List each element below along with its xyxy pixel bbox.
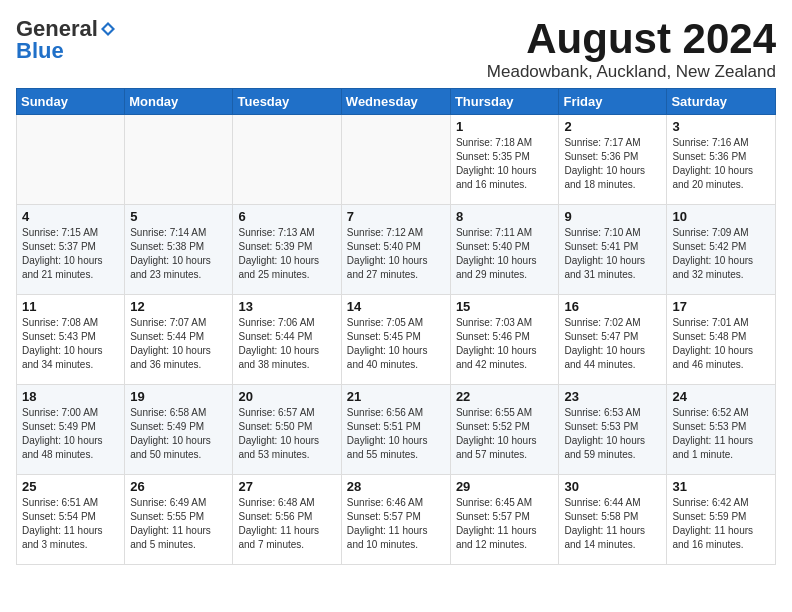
day-info-line: and 34 minutes. (22, 359, 93, 370)
day-info-line: Sunset: 5:59 PM (672, 511, 746, 522)
day-info-line: and 20 minutes. (672, 179, 743, 190)
table-row: 25Sunrise: 6:51 AMSunset: 5:54 PMDayligh… (17, 475, 125, 565)
table-row: 4Sunrise: 7:15 AMSunset: 5:37 PMDaylight… (17, 205, 125, 295)
day-info-line: and 31 minutes. (564, 269, 635, 280)
day-info-line: Daylight: 10 hours (238, 255, 319, 266)
table-row: 18Sunrise: 7:00 AMSunset: 5:49 PMDayligh… (17, 385, 125, 475)
day-info-line: Sunset: 5:39 PM (238, 241, 312, 252)
table-row: 16Sunrise: 7:02 AMSunset: 5:47 PMDayligh… (559, 295, 667, 385)
col-friday: Friday (559, 89, 667, 115)
day-info-line: Daylight: 10 hours (347, 435, 428, 446)
title-block: August 2024 Meadowbank, Auckland, New Ze… (487, 16, 776, 82)
day-number: 13 (238, 299, 335, 314)
day-number: 28 (347, 479, 445, 494)
day-info-line: Daylight: 10 hours (130, 435, 211, 446)
day-info-line: Sunrise: 7:16 AM (672, 137, 748, 148)
day-info-line: Sunset: 5:47 PM (564, 331, 638, 342)
day-info-line: Sunrise: 7:01 AM (672, 317, 748, 328)
day-info-line: Sunset: 5:49 PM (22, 421, 96, 432)
day-info-line: Sunrise: 6:56 AM (347, 407, 423, 418)
day-info-line: and 40 minutes. (347, 359, 418, 370)
day-info-line: and 50 minutes. (130, 449, 201, 460)
day-info-line: and 7 minutes. (238, 539, 304, 550)
day-info-line: Sunrise: 7:12 AM (347, 227, 423, 238)
day-info-line: Daylight: 10 hours (238, 345, 319, 356)
day-info-line: Sunset: 5:58 PM (564, 511, 638, 522)
day-info-line: Daylight: 11 hours (672, 525, 753, 536)
day-number: 19 (130, 389, 227, 404)
day-info-line: Sunrise: 7:13 AM (238, 227, 314, 238)
table-row: 28Sunrise: 6:46 AMSunset: 5:57 PMDayligh… (341, 475, 450, 565)
day-number: 20 (238, 389, 335, 404)
day-number: 26 (130, 479, 227, 494)
day-info-line: Sunrise: 6:52 AM (672, 407, 748, 418)
day-info-line: Daylight: 10 hours (22, 255, 103, 266)
day-info-line: and 44 minutes. (564, 359, 635, 370)
day-info: Sunrise: 7:11 AMSunset: 5:40 PMDaylight:… (456, 226, 554, 282)
day-info-line: Sunrise: 6:57 AM (238, 407, 314, 418)
day-info-line: Sunset: 5:52 PM (456, 421, 530, 432)
day-info: Sunrise: 6:48 AMSunset: 5:56 PMDaylight:… (238, 496, 335, 552)
day-info: Sunrise: 6:53 AMSunset: 5:53 PMDaylight:… (564, 406, 661, 462)
day-info: Sunrise: 7:12 AMSunset: 5:40 PMDaylight:… (347, 226, 445, 282)
table-row: 19Sunrise: 6:58 AMSunset: 5:49 PMDayligh… (125, 385, 233, 475)
table-row: 20Sunrise: 6:57 AMSunset: 5:50 PMDayligh… (233, 385, 341, 475)
day-info-line: and 59 minutes. (564, 449, 635, 460)
day-info: Sunrise: 6:57 AMSunset: 5:50 PMDaylight:… (238, 406, 335, 462)
day-info-line: and 48 minutes. (22, 449, 93, 460)
table-row (341, 115, 450, 205)
day-info-line: Sunset: 5:49 PM (130, 421, 204, 432)
day-info-line: Sunset: 5:44 PM (130, 331, 204, 342)
day-number: 6 (238, 209, 335, 224)
day-info-line: Sunset: 5:53 PM (564, 421, 638, 432)
table-row: 7Sunrise: 7:12 AMSunset: 5:40 PMDaylight… (341, 205, 450, 295)
day-info-line: Daylight: 10 hours (130, 345, 211, 356)
day-number: 8 (456, 209, 554, 224)
day-info-line: and 5 minutes. (130, 539, 196, 550)
col-thursday: Thursday (450, 89, 559, 115)
day-info-line: Sunset: 5:43 PM (22, 331, 96, 342)
day-info-line: Sunset: 5:38 PM (130, 241, 204, 252)
day-info: Sunrise: 6:55 AMSunset: 5:52 PMDaylight:… (456, 406, 554, 462)
day-number: 1 (456, 119, 554, 134)
day-info: Sunrise: 7:00 AMSunset: 5:49 PMDaylight:… (22, 406, 119, 462)
day-number: 3 (672, 119, 770, 134)
day-info-line: Sunrise: 7:10 AM (564, 227, 640, 238)
day-info-line: Sunrise: 7:18 AM (456, 137, 532, 148)
day-info-line: and 53 minutes. (238, 449, 309, 460)
table-row: 31Sunrise: 6:42 AMSunset: 5:59 PMDayligh… (667, 475, 776, 565)
day-info-line: and 46 minutes. (672, 359, 743, 370)
day-number: 4 (22, 209, 119, 224)
day-info-line: Daylight: 11 hours (347, 525, 428, 536)
calendar-week-3: 11Sunrise: 7:08 AMSunset: 5:43 PMDayligh… (17, 295, 776, 385)
day-info-line: Sunrise: 7:06 AM (238, 317, 314, 328)
calendar-header-row: Sunday Monday Tuesday Wednesday Thursday… (17, 89, 776, 115)
day-info: Sunrise: 7:02 AMSunset: 5:47 PMDaylight:… (564, 316, 661, 372)
day-number: 7 (347, 209, 445, 224)
table-row (17, 115, 125, 205)
day-info-line: Sunrise: 7:17 AM (564, 137, 640, 148)
day-info-line: Sunset: 5:57 PM (347, 511, 421, 522)
day-info-line: and 55 minutes. (347, 449, 418, 460)
table-row: 22Sunrise: 6:55 AMSunset: 5:52 PMDayligh… (450, 385, 559, 475)
day-info-line: Sunset: 5:40 PM (456, 241, 530, 252)
day-info-line: Sunrise: 7:11 AM (456, 227, 532, 238)
day-info-line: Daylight: 10 hours (456, 435, 537, 446)
day-info: Sunrise: 6:45 AMSunset: 5:57 PMDaylight:… (456, 496, 554, 552)
day-info-line: Sunrise: 6:44 AM (564, 497, 640, 508)
day-info-line: and 3 minutes. (22, 539, 88, 550)
day-info-line: Sunrise: 7:07 AM (130, 317, 206, 328)
day-info-line: Sunrise: 7:00 AM (22, 407, 98, 418)
table-row: 13Sunrise: 7:06 AMSunset: 5:44 PMDayligh… (233, 295, 341, 385)
day-info-line: and 38 minutes. (238, 359, 309, 370)
day-info-line: Sunset: 5:45 PM (347, 331, 421, 342)
day-info-line: Sunrise: 7:03 AM (456, 317, 532, 328)
day-info: Sunrise: 7:15 AMSunset: 5:37 PMDaylight:… (22, 226, 119, 282)
day-number: 17 (672, 299, 770, 314)
day-info: Sunrise: 7:05 AMSunset: 5:45 PMDaylight:… (347, 316, 445, 372)
table-row: 11Sunrise: 7:08 AMSunset: 5:43 PMDayligh… (17, 295, 125, 385)
day-info: Sunrise: 6:44 AMSunset: 5:58 PMDaylight:… (564, 496, 661, 552)
day-info: Sunrise: 7:16 AMSunset: 5:36 PMDaylight:… (672, 136, 770, 192)
day-info-line: Sunrise: 7:09 AM (672, 227, 748, 238)
day-info: Sunrise: 7:14 AMSunset: 5:38 PMDaylight:… (130, 226, 227, 282)
